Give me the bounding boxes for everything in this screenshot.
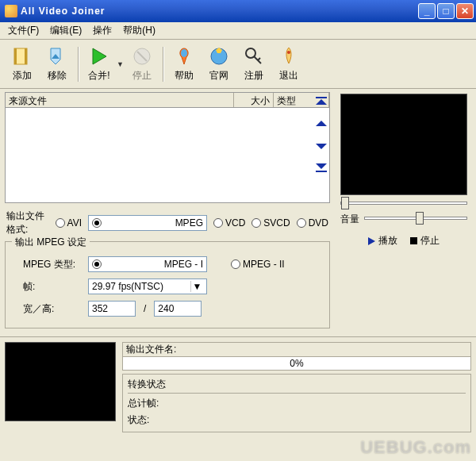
toolbar: 添加 移除 合并! ▼ 停止 帮助 官网 注册 (0, 40, 476, 89)
stop-button[interactable]: 停止 (125, 43, 159, 86)
move-up-button[interactable] (316, 119, 327, 130)
status-row: 状态: (128, 412, 466, 428)
total-frames-row: 总计帧: (128, 395, 466, 412)
move-down-button[interactable] (316, 141, 327, 152)
stop-icon (131, 45, 153, 67)
minimize-button[interactable]: _ (418, 3, 436, 19)
app-icon (5, 5, 17, 17)
menu-file[interactable]: 文件(F) (3, 22, 44, 39)
output-format-label: 输出文件格式: (6, 209, 49, 236)
exit-button[interactable]: 退出 (271, 43, 306, 86)
site-button[interactable]: 官网 (202, 43, 236, 86)
menu-action[interactable]: 操作 (88, 22, 117, 39)
seek-slider[interactable] (340, 202, 467, 205)
menubar: 文件(F) 编辑(E) 操作 帮助(H) (0, 22, 476, 40)
help-button[interactable]: 帮助 (167, 43, 202, 86)
width-input[interactable]: 352 (88, 301, 136, 317)
play-icon (88, 45, 110, 67)
col-source[interactable]: 来源文件 (6, 93, 234, 107)
merge-dropdown[interactable]: ▼ (117, 60, 125, 68)
separator (78, 47, 79, 82)
status-header: 转换状态 (128, 378, 466, 394)
play-button[interactable]: 播放 (368, 234, 397, 248)
format-mpeg[interactable]: MPEG (88, 215, 207, 231)
svg-point-10 (287, 51, 290, 54)
titlebar: All Video Joiner _ □ ✕ (0, 0, 476, 22)
remove-button[interactable]: 移除 (40, 43, 75, 86)
bottom-panel: 输出文件名: 0% 转换状态 总计帧: 状态: (0, 336, 476, 437)
fps-label: 帧: (23, 280, 80, 294)
volume-label: 音量 (340, 213, 359, 226)
svg-rect-1 (14, 48, 17, 64)
format-avi[interactable]: AVI (56, 217, 82, 229)
svg-rect-2 (25, 48, 27, 64)
progress-bar: 0% (122, 356, 471, 371)
format-svcd[interactable]: SVCD (251, 217, 290, 229)
svg-line-9 (258, 58, 260, 60)
mpeg-type-1[interactable]: MPEG - I (88, 256, 207, 272)
mpeg-type-2[interactable]: MPEG - II (231, 259, 285, 270)
volume-slider[interactable] (364, 217, 467, 220)
rocket-icon (278, 45, 300, 67)
move-bottom-button[interactable] (316, 163, 327, 175)
output-filename-label: 输出文件名: (122, 342, 471, 356)
close-button[interactable]: ✕ (456, 3, 474, 19)
main-area: 来源文件 大小 类型 输出文件格式: AVI MPEG VCD SVCD DVD… (0, 89, 476, 332)
maximize-button[interactable]: □ (437, 3, 455, 19)
svg-rect-11 (316, 97, 327, 98)
slash: / (144, 303, 146, 314)
globe-icon (208, 45, 230, 67)
stop-square-icon (410, 237, 417, 244)
help-icon (173, 45, 195, 67)
svg-point-5 (181, 49, 187, 57)
wh-label: 宽／高: (23, 302, 80, 316)
preview-panel (340, 94, 467, 195)
col-size[interactable]: 大小 (234, 93, 274, 107)
filmstrip-icon (11, 45, 33, 67)
mpeg-settings: 输出 MPEG 设定 MPEG 类型: MPEG - I MPEG - II 帧… (5, 241, 330, 328)
key-icon (243, 45, 265, 67)
move-top-button[interactable] (316, 97, 327, 108)
output-thumbnail (5, 342, 116, 421)
mpeg-type-label: MPEG 类型: (23, 258, 80, 271)
format-vcd[interactable]: VCD (213, 217, 245, 229)
add-button[interactable]: 添加 (5, 43, 40, 86)
stop-playback-button[interactable]: 停止 (410, 234, 440, 248)
status-box: 转换状态 总计帧: 状态: (122, 374, 471, 432)
output-format-row: 输出文件格式: AVI MPEG VCD SVCD DVD (5, 203, 330, 240)
height-input[interactable]: 240 (154, 301, 202, 317)
menu-help[interactable]: 帮助(H) (118, 22, 160, 39)
format-dvd[interactable]: DVD (297, 217, 328, 229)
window-title: All Video Joiner (21, 6, 416, 17)
file-list[interactable] (5, 108, 330, 203)
svg-rect-12 (316, 171, 327, 172)
merge-button[interactable]: 合并! (82, 43, 117, 86)
fps-select[interactable]: 29.97 fps(NTSC)▼ (88, 279, 207, 294)
mpeg-legend: 输出 MPEG 设定 (12, 236, 90, 249)
menu-edit[interactable]: 编辑(E) (45, 22, 86, 39)
separator (163, 47, 163, 82)
file-list-header: 来源文件 大小 类型 (5, 92, 330, 108)
remove-icon (46, 45, 68, 67)
chevron-down-icon: ▼ (190, 281, 203, 292)
reorder-controls (316, 97, 327, 175)
register-button[interactable]: 注册 (236, 43, 271, 86)
watermark: UEBUG.com (360, 437, 471, 458)
play-icon (368, 237, 375, 245)
